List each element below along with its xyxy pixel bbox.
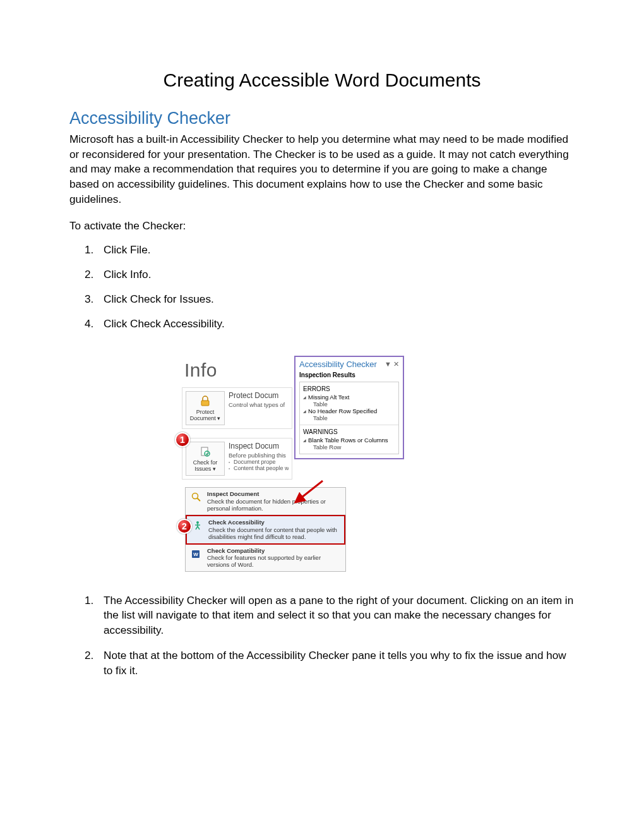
error-subitem[interactable]: Table	[313, 414, 395, 421]
step-item: 4.Click Check Accessibility.	[104, 316, 575, 332]
error-item[interactable]: No Header Row Specified	[308, 408, 395, 414]
svg-text:W: W	[193, 552, 198, 557]
step-text: Click Info.	[104, 268, 151, 281]
notes-list: 1.The Accessibility Checker will open as…	[69, 593, 575, 679]
document-check-icon	[198, 445, 212, 459]
check-compat-desc: Check for features not supported by earl…	[207, 554, 321, 568]
check-access-desc: Check the document for content that peop…	[208, 526, 337, 540]
magnifier-icon	[189, 490, 203, 504]
protect-title: Protect Docum	[229, 391, 289, 400]
accessibility-icon	[191, 519, 205, 533]
step-item: 1.Click File.	[104, 242, 575, 258]
section-heading: Accessibility Checker	[69, 109, 575, 128]
close-icon[interactable]: ✕	[393, 360, 399, 368]
inspection-results-box: ERRORS Missing Alt Text Table No Header …	[299, 382, 399, 454]
warnings-label: WARNINGS	[303, 428, 395, 435]
check-accessibility-item[interactable]: 2 Check AccessibilityCheck the document …	[186, 515, 345, 544]
inspect-bullet: Document prope	[234, 459, 289, 465]
inspect-document-item[interactable]: Inspect DocumentCheck the document for h…	[186, 488, 345, 515]
note-text: Note that at the bottom of the Accessibi…	[104, 649, 566, 677]
protect-sub: Control what types of	[229, 401, 289, 408]
step-item: 3.Click Check for Issues.	[104, 291, 575, 307]
page-title: Creating Accessible Word Documents	[69, 70, 575, 91]
screenshot-figure: Info Protect Document ▾ Protect Docum Co…	[182, 356, 409, 572]
check-issues-button[interactable]: Check for Issues ▾	[186, 442, 225, 476]
pane-title: Accessibility Checker	[299, 360, 377, 369]
info-header: Info	[182, 356, 292, 387]
steps-list: 1.Click File. 2.Click Info. 3.Click Chec…	[69, 242, 575, 332]
svg-rect-0	[201, 401, 209, 406]
check-issues-dropdown: Inspect DocumentCheck the document for h…	[185, 487, 346, 572]
step-text: Click Check for Issues.	[104, 293, 214, 305]
callout-badge-1: 1	[175, 432, 190, 447]
svg-line-4	[198, 499, 201, 502]
divider	[300, 425, 398, 425]
inspect-doc-desc: Check the document for hidden properties…	[207, 498, 326, 512]
check-compat-title: Check Compatibility	[207, 547, 265, 554]
svg-point-3	[193, 493, 198, 499]
note-text: The Accessibility Checker will open as a…	[104, 594, 573, 636]
activate-line: To activate the Checker:	[69, 219, 575, 234]
callout-badge-2: 2	[177, 519, 192, 534]
warning-item[interactable]: Blank Table Rows or Columns	[308, 437, 395, 444]
protect-document-card: Protect Document ▾ Protect Docum Control…	[182, 387, 292, 429]
step-text: Click File.	[104, 243, 150, 256]
inspect-title: Inspect Docum	[229, 442, 289, 450]
check-access-title: Check Accessibility	[208, 519, 265, 526]
inspect-doc-title: Inspect Document	[207, 490, 259, 497]
check-label-bottom: Issues ▾	[194, 466, 216, 473]
pane-subtitle: Inspection Results	[299, 372, 399, 378]
svg-point-5	[196, 521, 199, 524]
intro-paragraph: Microsoft has a built-in Accessibility C…	[69, 132, 575, 207]
step-text: Click Check Accessibility.	[104, 317, 225, 330]
inspect-bullet: Content that people with disabilit	[234, 465, 289, 471]
note-item: 1.The Accessibility Checker will open as…	[104, 593, 575, 638]
protect-document-button[interactable]: Protect Document ▾	[186, 391, 225, 425]
step-item: 2.Click Info.	[104, 267, 575, 282]
protect-label-bottom: Document ▾	[190, 416, 221, 422]
check-compatibility-item[interactable]: W Check CompatibilityCheck for features …	[186, 545, 345, 571]
error-item[interactable]: Missing Alt Text	[308, 394, 395, 401]
check-issues-card: 1 Check for Issues ▾ Inspect Docum Befor…	[182, 438, 292, 480]
warning-subitem[interactable]: Table Row	[313, 444, 395, 450]
note-item: 2.Note that at the bottom of the Accessi…	[104, 648, 575, 678]
error-subitem[interactable]: Table	[313, 401, 395, 408]
errors-label: ERRORS	[303, 385, 395, 392]
pane-dropdown-icon[interactable]: ▼	[385, 360, 391, 368]
accessibility-checker-pane: Accessibility Checker ▼✕ Inspection Resu…	[294, 356, 404, 459]
inspect-sub: Before publishing this	[229, 452, 289, 459]
word-icon: W	[189, 547, 203, 561]
lock-icon	[198, 394, 212, 408]
